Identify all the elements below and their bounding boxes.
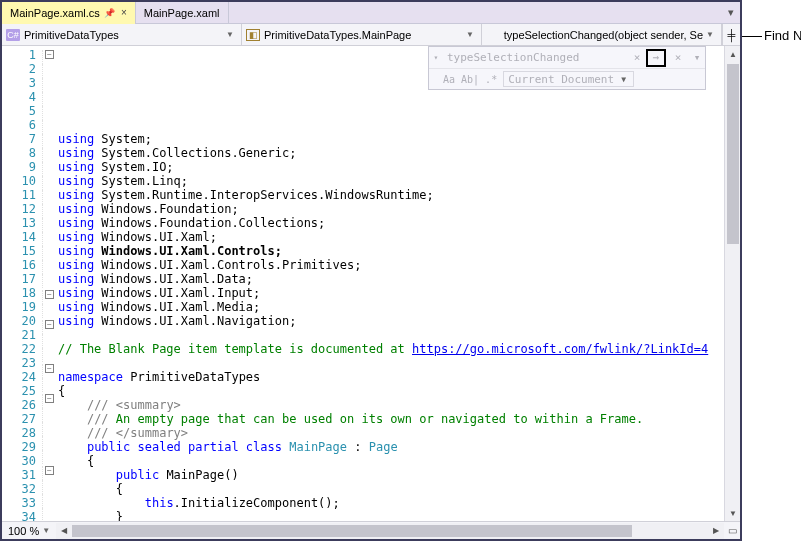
code-line[interactable]: public MainPage() [56, 468, 724, 482]
code-area[interactable]: ▾ typeSelectionChanged × → × ▾ Aa Ab| .*… [56, 46, 724, 521]
chevron-down-icon: ▼ [223, 30, 237, 39]
callout: Find Next button [742, 0, 801, 541]
code-line[interactable]: using Windows.UI.Xaml.Navigation; [56, 314, 724, 328]
regex-toggle[interactable]: .* [485, 74, 497, 85]
tab-label: MainPage.xaml [144, 7, 220, 19]
chevron-down-icon: ▼ [703, 30, 717, 39]
find-input[interactable]: typeSelectionChanged [443, 51, 629, 64]
class-icon: ◧ [246, 29, 260, 41]
expand-find-icon[interactable]: ▾ [429, 53, 443, 62]
chevron-down-icon: ▼ [463, 30, 477, 39]
chevron-down-icon: ▼ [618, 75, 629, 84]
callout-text: Find Next button [764, 28, 801, 43]
clear-find-icon[interactable]: × [629, 51, 645, 64]
code-line[interactable]: using System; [56, 132, 724, 146]
code-line[interactable]: using System.Runtime.InteropServices.Win… [56, 188, 724, 202]
line-number-gutter: 1234567891011121314151617181920212223242… [2, 46, 42, 521]
code-line[interactable]: using Windows.Foundation.Collections; [56, 216, 724, 230]
scroll-down-icon[interactable]: ▼ [725, 505, 740, 521]
nav-member-combo[interactable]: typeSelectionChanged(object sender, Se ▼ [482, 24, 722, 45]
nav-project-text: PrimitiveDataTypes [24, 29, 119, 41]
pin-icon: 📌 [104, 8, 115, 18]
tab-strip: MainPage.xaml.cs 📌 × MainPage.xaml ▾ [2, 2, 740, 24]
code-line[interactable]: /// <summary> [56, 398, 724, 412]
split-horizontal-button[interactable]: ▭ [724, 525, 740, 536]
match-case-toggle[interactable]: Aa [443, 74, 455, 85]
code-line[interactable]: using Windows.UI.Xaml.Data; [56, 272, 724, 286]
tab-label: MainPage.xaml.cs [10, 7, 100, 19]
zoom-value: 100 % [8, 525, 39, 537]
code-line[interactable]: public sealed partial class MainPage : P… [56, 440, 724, 454]
code-line[interactable]: /// An empty page that can be used on it… [56, 412, 724, 426]
code-line[interactable]: using Windows.Foundation; [56, 202, 724, 216]
code-line[interactable]: // The Blank Page item template is docum… [56, 342, 724, 356]
tab-overflow-button[interactable]: ▾ [722, 6, 740, 19]
code-line[interactable]: using Windows.UI.Xaml.Controls.Primitive… [56, 258, 724, 272]
code-line[interactable]: using System.IO; [56, 160, 724, 174]
nav-class-text: PrimitiveDataTypes.MainPage [264, 29, 411, 41]
chevron-down-icon[interactable]: ▾ [689, 51, 705, 64]
nav-project-combo[interactable]: C# PrimitiveDataTypes ▼ [2, 24, 242, 45]
nav-class-combo[interactable]: ◧ PrimitiveDataTypes.MainPage ▼ [242, 24, 482, 45]
zoom-combo[interactable]: 100 % ▼ [2, 525, 56, 537]
find-next-button[interactable]: → [646, 49, 666, 67]
scroll-left-icon[interactable]: ◀ [56, 526, 72, 535]
method-icon [486, 29, 500, 41]
code-line[interactable]: using System.Collections.Generic; [56, 146, 724, 160]
outlining-margin[interactable]: −−−−−− [42, 46, 56, 521]
chevron-down-icon: ▼ [42, 526, 50, 535]
horizontal-scrollbar[interactable]: ◀ ▶ [56, 523, 724, 539]
code-line[interactable]: using System.Linq; [56, 174, 724, 188]
close-icon[interactable]: × [121, 7, 127, 18]
scroll-up-icon[interactable]: ▲ [725, 46, 740, 62]
find-panel: ▾ typeSelectionChanged × → × ▾ Aa Ab| .*… [428, 46, 706, 90]
ide-window: MainPage.xaml.cs 📌 × MainPage.xaml ▾ C# … [0, 0, 742, 541]
code-line[interactable]: { [56, 482, 724, 496]
split-view-button[interactable]: ╪ [722, 24, 740, 45]
scroll-thumb[interactable] [727, 64, 739, 244]
vertical-scrollbar[interactable]: ▲ ▼ [724, 46, 740, 521]
code-line[interactable]: using Windows.UI.Xaml.Input; [56, 286, 724, 300]
match-word-toggle[interactable]: Ab| [461, 74, 479, 85]
code-line[interactable] [56, 356, 724, 370]
code-line[interactable]: using Windows.UI.Xaml.Controls; [56, 244, 724, 258]
code-line[interactable]: { [56, 384, 724, 398]
find-scope-text: Current Document [508, 73, 614, 86]
code-line[interactable] [56, 328, 724, 342]
tab-mainpage-xaml[interactable]: MainPage.xaml [136, 2, 229, 24]
scroll-thumb[interactable] [72, 525, 632, 537]
code-line[interactable]: /// </summary> [56, 426, 724, 440]
editor[interactable]: 1234567891011121314151617181920212223242… [2, 46, 740, 521]
code-line[interactable]: using Windows.UI.Xaml; [56, 230, 724, 244]
code-line[interactable]: this.InitializeComponent(); [56, 496, 724, 510]
find-close-button[interactable]: × [667, 47, 689, 69]
tab-mainpage-cs[interactable]: MainPage.xaml.cs 📌 × [2, 2, 136, 24]
code-line[interactable]: using Windows.UI.Xaml.Media; [56, 300, 724, 314]
nav-member-text: typeSelectionChanged(object sender, Se [504, 29, 703, 41]
navigation-bar: C# PrimitiveDataTypes ▼ ◧ PrimitiveDataT… [2, 24, 740, 46]
find-scope-combo[interactable]: Current Document ▼ [503, 71, 634, 87]
code-line[interactable]: namespace PrimitiveDataTypes [56, 370, 724, 384]
csharp-icon: C# [6, 29, 20, 41]
editor-footer: 100 % ▼ ◀ ▶ ▭ [2, 521, 740, 539]
code-line[interactable]: { [56, 454, 724, 468]
code-line[interactable]: } [56, 510, 724, 521]
scroll-right-icon[interactable]: ▶ [708, 526, 724, 535]
